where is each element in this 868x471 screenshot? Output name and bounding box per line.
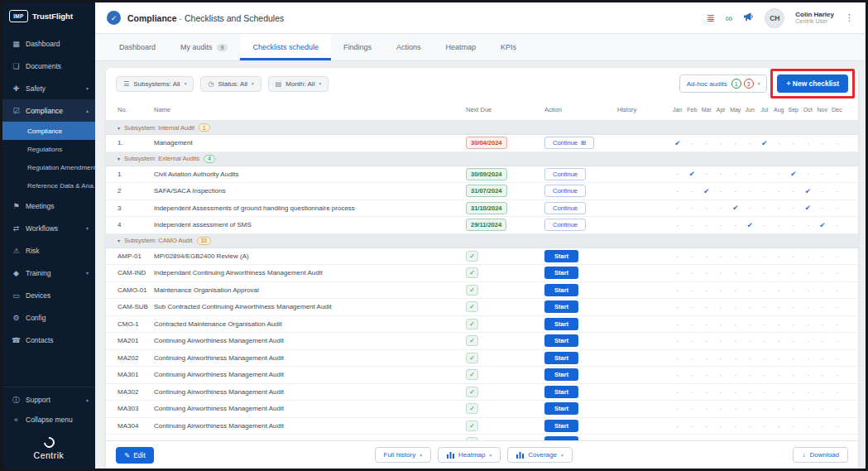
tab-count-badge: 9 [217, 44, 228, 51]
start-button[interactable]: Start [544, 402, 578, 415]
filter-subsystems-all[interactable]: ☰Subsystems: All▾ [116, 76, 194, 92]
filter-status-all[interactable]: ◷Status: All▾ [200, 76, 261, 92]
month-dash: - [801, 286, 816, 294]
month-dash: - [685, 139, 700, 147]
start-button[interactable]: Start [544, 284, 578, 296]
sidebar-item-workflows[interactable]: ⇄Workflows▾ [2, 217, 95, 239]
continue-button[interactable]: Continue [544, 202, 586, 214]
app-logo[interactable]: IMP TrustFlight [2, 2, 95, 31]
sidebar-item-config[interactable]: ⚙Config [2, 306, 95, 329]
coverage-dropdown[interactable]: Coverage▾ [507, 447, 572, 463]
tab-kpis[interactable]: KPIs [488, 34, 529, 60]
tab-label: Heatmap [446, 43, 477, 51]
row-name: Independent Assessments of ground handli… [154, 204, 466, 212]
sidebar-item-training[interactable]: ◆Training▾ [2, 262, 95, 284]
sidebar-item-documents[interactable]: ❏Documents [2, 55, 95, 77]
meetings-icon: ⚑ [12, 202, 21, 210]
download-button[interactable]: ↓ Download [793, 447, 848, 463]
month-dash: - [743, 320, 758, 328]
start-button[interactable]: Start [544, 352, 578, 364]
heatmap-dropdown[interactable]: Heatmap▾ [438, 447, 501, 463]
forms-icon[interactable]: ≣ [707, 13, 715, 23]
start-button[interactable]: Start [544, 250, 578, 262]
start-button[interactable]: Start [544, 368, 578, 381]
start-button[interactable]: Start [544, 300, 578, 313]
month-dash: - [757, 303, 772, 310]
group-count-badge: 1 [199, 123, 210, 132]
start-button[interactable]: Start [544, 267, 578, 279]
table-row: MA302Continuing Airworthiness Management… [106, 384, 858, 401]
group-label: Subsystem: External Audits [124, 155, 199, 162]
tab-findings[interactable]: Findings [331, 34, 384, 60]
link-icon[interactable]: ∞ [726, 13, 733, 23]
user-info[interactable]: Colin Harley Centrik User [795, 11, 834, 26]
sidebar-item-safety[interactable]: ✚Safety▾ [2, 77, 95, 99]
start-button[interactable]: Start [544, 318, 578, 330]
sidebar-item-label: Support [26, 396, 81, 404]
announcements-megaphone-icon[interactable] [743, 12, 754, 23]
sidebar-item-devices[interactable]: ▭Devices [2, 284, 95, 306]
tab-heatmap[interactable]: Heatmap [434, 34, 489, 60]
sidebar-item-collapse-menu[interactable]: «Collapse menu [2, 410, 95, 430]
sidebar-item-support[interactable]: ⓘSupport▾ [2, 390, 95, 410]
month-col-nov: Nov [815, 107, 830, 113]
user-avatar[interactable]: CH [765, 8, 784, 28]
row-name: Independant Continuing Airworthiness Man… [154, 269, 466, 276]
tab-actions[interactable]: Actions [384, 34, 434, 60]
calendar-icon: ▤ [276, 80, 282, 88]
start-button[interactable]: Start [544, 386, 578, 398]
month-dash: - [685, 371, 700, 378]
continue-button[interactable]: Continue [544, 185, 586, 197]
continue-button[interactable]: Continue⊞ [544, 137, 594, 149]
month-dash: - [728, 252, 743, 260]
tab-label: Actions [396, 43, 421, 51]
action-button-label: Start [554, 371, 568, 378]
month-dash: - [786, 422, 801, 430]
sidebar-item-contacts[interactable]: ☎Contacts [2, 329, 95, 351]
edit-button[interactable]: ✎ Edit [116, 447, 154, 464]
subsystem-group-row[interactable]: ▾Subsystem: Internal Audit1 [106, 121, 858, 135]
subsystem-group-row[interactable]: ▾Subsystem: CAMO Audit33 [106, 234, 858, 248]
completed-check-icon: ✓ [466, 251, 478, 262]
sidebar-subitem-regulation-amendments[interactable]: Regulation Amendments [2, 158, 95, 176]
month-dash: - [670, 354, 685, 362]
continue-button[interactable]: Continue [544, 168, 586, 180]
full-history-dropdown[interactable]: Full history▾ [375, 447, 431, 463]
row-months: -----✔----✔- [670, 221, 844, 229]
start-button[interactable]: Start [544, 334, 578, 347]
start-button[interactable]: Start [544, 420, 578, 432]
adhoc-audits-button[interactable]: Ad-hoc audits 13 ▾ [679, 74, 768, 93]
sidebar-item-compliance[interactable]: ☑Compliance▴ [2, 99, 95, 122]
month-dash: - [728, 221, 743, 229]
tab-dashboard[interactable]: Dashboard [107, 34, 168, 60]
continue-button[interactable]: Continue [544, 219, 586, 231]
sidebar-item-risk[interactable]: ⚠Risk [2, 239, 95, 262]
tab-my-audits[interactable]: My audits9 [168, 34, 240, 60]
subsystem-group-row[interactable]: ▾Subsystem: External Audits4 [106, 152, 858, 166]
sidebar-subitem-compliance[interactable]: Compliance [2, 122, 95, 140]
month-dash: - [699, 221, 714, 229]
sidebar-item-dashboard[interactable]: ▦Dashboard [2, 32, 95, 55]
month-dash: - [670, 405, 685, 412]
row-months: ------------ [670, 354, 844, 362]
list-icon: ☰ [123, 80, 129, 88]
month-dash: - [670, 337, 685, 344]
tab-checklists-schedule[interactable]: Checklists schedule [240, 34, 331, 60]
filter-month-all[interactable]: ▤Month: All▾ [268, 76, 328, 92]
month-dash: - [815, 337, 830, 344]
sidebar-subitem-reference-data-ana[interactable]: Reference Data & Ana... [2, 176, 95, 195]
sidebar-item-meetings[interactable]: ⚑Meetings [2, 195, 95, 217]
new-checklist-button[interactable]: + New checklist [777, 74, 848, 93]
more-menu-icon[interactable]: ⋮ [845, 12, 854, 23]
pencil-icon: ✎ [124, 451, 130, 459]
month-dash: - [714, 252, 729, 260]
sidebar-subitem-regulations[interactable]: Regulations [2, 140, 95, 158]
month-dash: - [757, 320, 772, 328]
month-dash: - [830, 170, 845, 178]
title-separator: - [180, 13, 183, 23]
month-dash: - [685, 221, 700, 229]
month-dash: - [685, 204, 700, 212]
tab-label: My audits [180, 43, 213, 51]
action-button-label: Start [554, 388, 568, 396]
month-dash: - [714, 320, 729, 328]
